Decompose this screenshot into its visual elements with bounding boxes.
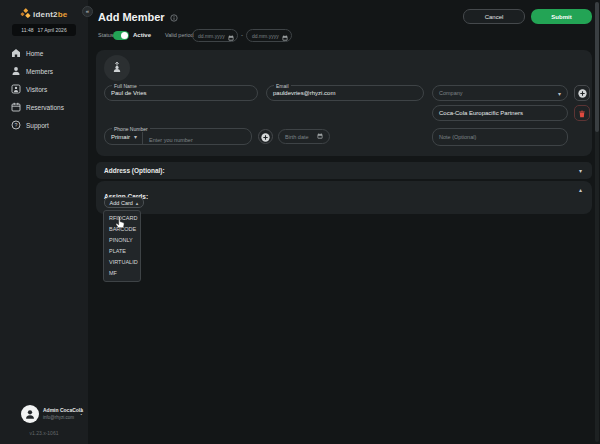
card-type-option-rfidcard[interactable]: RFIDCARD <box>104 213 140 224</box>
card-type-option-pinonly[interactable]: PINONLY <box>104 235 140 246</box>
chevron-down-icon: ▾ <box>558 90 561 97</box>
sidebar-item-reservations[interactable]: Reservations <box>0 98 88 116</box>
photo-upload-button[interactable] <box>104 55 130 81</box>
svg-text:?: ? <box>15 122 18 128</box>
address-section-label: Address (Optional): <box>104 167 165 174</box>
address-section[interactable]: Address (Optional): ▾ <box>96 162 592 179</box>
sidebar: ident2be 11:48 17 April 2026 Home Member… <box>0 0 88 444</box>
sidebar-item-label: Reservations <box>26 104 64 111</box>
assign-cards-section: Assign Cards: ▴ Add Card ▴ <box>96 181 592 214</box>
scrollbar-thumb[interactable] <box>595 2 599 132</box>
full-name-value: Paul de Vries <box>111 90 146 96</box>
trash-icon <box>578 104 586 122</box>
phone-fieldset: Phone Number Primair ▾ Enter you number <box>104 128 252 145</box>
valid-to-placeholder: dd.mm.yyyy <box>252 33 279 39</box>
chevron-up-icon[interactable]: ▴ <box>579 186 582 193</box>
support-icon: ? <box>11 116 21 134</box>
page-header: Add Member <box>98 8 178 26</box>
email-field[interactable]: Email pauldevries@rhyzi.com <box>266 85 424 101</box>
time-label: 11:48 <box>21 27 33 33</box>
calendar-icon <box>228 27 234 45</box>
sidebar-item-label: Home <box>26 50 43 57</box>
remove-company-button[interactable] <box>574 105 590 121</box>
birth-date-placeholder: Birth date <box>285 134 309 140</box>
card-type-option-mf[interactable]: MF <box>104 268 140 279</box>
sidebar-item-support[interactable]: ? Support <box>0 116 88 134</box>
main-content: Add Member Cancel Submit Status Active V… <box>88 0 600 444</box>
status-value: Active <box>133 32 151 38</box>
profile-menu-icon[interactable]: ⋮ <box>77 407 85 416</box>
full-name-label: Full Name <box>112 83 139 89</box>
scrollbar <box>595 2 599 442</box>
valid-period-label: Valid period <box>165 32 194 38</box>
add-company-button[interactable] <box>574 85 590 101</box>
company-placeholder: Company <box>439 90 463 96</box>
valid-from-input[interactable]: dd.mm.yyyy <box>192 29 238 42</box>
visitors-icon <box>11 80 21 98</box>
sidebar-item-label: Support <box>26 122 49 129</box>
sidebar-item-home[interactable]: Home <box>0 44 88 62</box>
company-select[interactable]: Company ▾ <box>432 85 568 101</box>
calendar-icon <box>317 133 323 140</box>
note-placeholder: Note (Optional) <box>439 134 476 140</box>
phone-number-input[interactable]: Enter you number <box>143 128 251 146</box>
valid-to-input[interactable]: dd.mm.yyyy <box>246 29 292 42</box>
chevron-down-icon[interactable]: ▾ <box>579 167 582 174</box>
card-type-option-barcode[interactable]: BARCODE <box>104 224 140 235</box>
sidebar-collapse-button[interactable]: « <box>82 6 93 17</box>
app-window: ident2be 11:48 17 April 2026 Home Member… <box>0 0 600 444</box>
add-card-button[interactable]: Add Card ▴ <box>104 197 144 208</box>
add-card-label: Add Card <box>110 200 133 206</box>
brand-name: ident2be <box>33 10 68 19</box>
info-icon <box>170 8 178 26</box>
members-icon <box>11 62 21 80</box>
sidebar-item-label: Members <box>26 68 53 75</box>
datetime-badge: 11:48 17 April 2026 <box>12 24 76 36</box>
sidebar-item-visitors[interactable]: Visitors <box>0 80 88 98</box>
birth-date-input[interactable]: Birth date <box>278 129 330 144</box>
plus-circle-icon <box>578 84 587 102</box>
status-label: Status <box>98 32 114 38</box>
brand-logo: ident2be <box>20 5 68 23</box>
upload-photo-icon <box>111 59 123 77</box>
calendar-icon <box>282 27 288 45</box>
company-selected-value: Coca-Cola Europacific Partners <box>439 110 523 116</box>
full-name-field[interactable]: Full Name Paul de Vries <box>104 85 258 101</box>
user-email: info@rhyzi.com <box>43 415 74 420</box>
reservations-icon <box>11 98 21 116</box>
valid-from-placeholder: dd.mm.yyyy <box>198 33 225 39</box>
email-value: pauldevries@rhyzi.com <box>273 90 335 96</box>
date-range-separator: - <box>241 32 243 38</box>
sidebar-nav: Home Members Visitors Reservations ? Sup… <box>0 44 88 134</box>
phone-label: Phone Number <box>112 126 150 132</box>
note-input[interactable]: Note (Optional) <box>432 128 568 146</box>
phone-number-placeholder: Enter you number <box>149 137 193 143</box>
card-type-option-plate[interactable]: PLATE <box>104 246 140 257</box>
chevron-up-icon: ▴ <box>136 200 139 206</box>
app-version: v1.23.x-1061 <box>0 430 88 436</box>
date-label: 17 April 2026 <box>37 27 66 33</box>
page-title: Add Member <box>98 11 165 23</box>
email-label: Email <box>274 83 291 89</box>
cancel-button[interactable]: Cancel <box>463 9 525 24</box>
submit-button[interactable]: Submit <box>531 9 592 24</box>
sidebar-item-members[interactable]: Members <box>0 62 88 80</box>
user-profile: Admin CocaCola info@rhyzi.com ⋮ <box>0 402 88 428</box>
plus-circle-icon <box>261 128 270 146</box>
member-form-card: Full Name Paul de Vries Email pauldevrie… <box>96 50 592 156</box>
phone-type-value: Primair <box>111 134 130 140</box>
status-toggle[interactable] <box>113 31 129 40</box>
sidebar-item-label: Visitors <box>26 86 47 93</box>
home-icon <box>11 44 21 62</box>
user-avatar <box>21 405 39 423</box>
chevron-down-icon: ▾ <box>134 133 137 140</box>
add-phone-button[interactable] <box>258 129 273 144</box>
card-type-option-virtualid[interactable]: VIRTUALID <box>104 257 140 268</box>
company-value-field[interactable]: Coca-Cola Europacific Partners <box>432 105 568 121</box>
brand-logo-icon <box>20 5 31 23</box>
card-type-dropdown: RFIDCARD BARCODE PINONLY PLATE VIRTUALID… <box>103 210 141 282</box>
status-bar: Status Active Valid period dd.mm.yyyy - … <box>88 28 600 44</box>
